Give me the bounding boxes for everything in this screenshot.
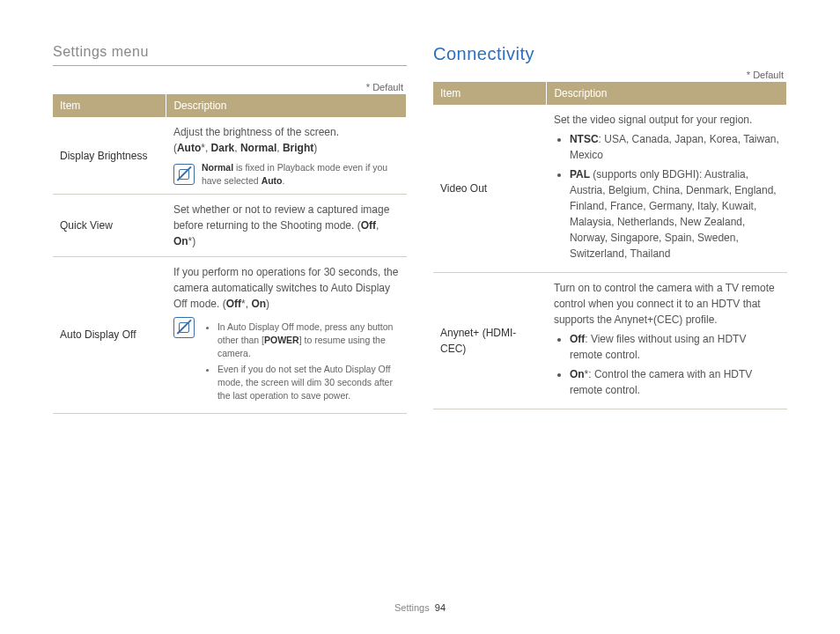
header-description: Description [166,94,407,117]
default-marker-right: * Default [433,70,784,80]
item-cell: Video Out [433,105,547,273]
right-column: Connectivity * Default Item Description … [433,44,787,414]
default-marker-left: * Default [53,82,403,92]
page-footer: Settings 94 [0,602,840,613]
option-bullet: On*: Control the camera with an HDTV rem… [570,366,780,398]
settings-table-right: Item Description Video Out Set the video… [433,82,787,409]
table-header-row: Item Description [53,94,407,117]
table-header-row: Item Description [433,82,787,105]
note-icon [173,164,195,185]
table-row: Video Out Set the video signal output fo… [433,105,787,273]
description-cell: Adjust the brightness of the screen. (Au… [166,117,407,195]
header-item: Item [433,82,547,105]
item-cell: Auto Display Off [53,257,166,413]
option-bullet: NTSC: USA, Canada, Japan, Korea, Taiwan,… [570,131,780,163]
item-cell: Quick View [53,195,166,257]
description-cell: Set whether or not to review a captured … [166,195,407,257]
header-description: Description [547,82,787,105]
options-group: (Auto*, Dark, Normal, Bright) [173,142,317,154]
note-bullet: In Auto Display Off mode, press any butt… [217,321,400,359]
description-cell: If you perform no operations for 30 seco… [166,257,407,413]
note-block: In Auto Display Off mode, press any butt… [173,317,400,405]
item-cell: Display Brightness [53,117,166,195]
header-item: Item [53,94,166,117]
note-icon [173,317,195,338]
table-row: Display Brightness Adjust the brightness… [53,117,407,195]
option-bullet: PAL (supports only BDGHI): Australia, Au… [570,166,780,262]
settings-table-left: Item Description Display Brightness Adju… [53,94,407,414]
note-bullet: Even if you do not set the Auto Display … [217,363,400,402]
table-row: Anynet+ (HDMI-CEC) Turn on to control th… [433,273,787,409]
note-text: Normal is fixed in Playback mode even if… [202,161,400,187]
option-bullet: Off: View files without using an HDTV re… [570,331,780,363]
item-cell: Anynet+ (HDMI-CEC) [433,273,547,409]
table-row: Quick View Set whether or not to review … [53,195,407,257]
description-cell: Set the video signal output for your reg… [547,105,787,273]
breadcrumb: Settings menu [53,44,407,66]
description-cell: Turn on to control the camera with a TV … [547,273,787,409]
desc-text: Adjust the brightness of the screen. [173,126,339,138]
footer-page-number: 94 [435,602,446,613]
footer-section: Settings [394,602,430,613]
note-block: Normal is fixed in Playback mode even if… [173,161,400,187]
table-row: Auto Display Off If you perform no opera… [53,257,407,413]
note-text: In Auto Display Off mode, press any butt… [202,317,400,405]
left-column: Settings menu * Default Item Description… [53,44,407,414]
section-title-connectivity: Connectivity [433,44,787,64]
